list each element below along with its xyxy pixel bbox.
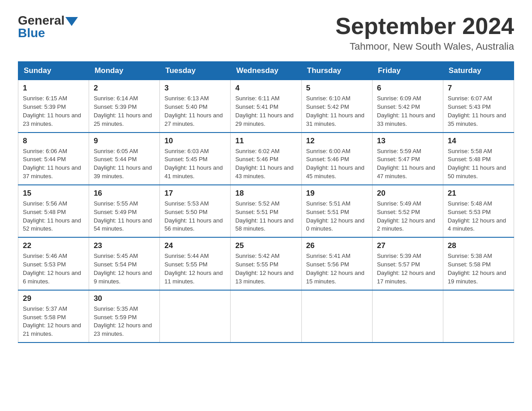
calendar-cell <box>301 290 372 342</box>
calendar-week-row: 15Sunrise: 5:56 AMSunset: 5:48 PMDayligh… <box>18 185 514 237</box>
day-number: 27 <box>377 241 438 250</box>
calendar-cell: 4Sunrise: 6:11 AMSunset: 5:41 PMDaylight… <box>231 80 301 133</box>
calendar-cell <box>160 290 231 342</box>
day-number: 21 <box>448 189 509 198</box>
day-number: 3 <box>164 84 226 93</box>
day-number: 18 <box>235 189 296 198</box>
day-info: Sunrise: 5:37 AMSunset: 5:58 PMDaylight:… <box>23 305 84 338</box>
header-sunday: Sunday <box>18 62 89 80</box>
day-number: 24 <box>164 241 226 250</box>
day-info: Sunrise: 5:59 AMSunset: 5:47 PMDaylight:… <box>377 147 438 181</box>
header-tuesday: Tuesday <box>160 62 231 80</box>
calendar-cell: 11Sunrise: 6:02 AMSunset: 5:46 PMDayligh… <box>231 133 301 185</box>
calendar-cell: 20Sunrise: 5:49 AMSunset: 5:52 PMDayligh… <box>372 185 443 237</box>
day-info: Sunrise: 5:51 AMSunset: 5:51 PMDaylight:… <box>306 200 368 233</box>
calendar-cell: 7Sunrise: 6:07 AMSunset: 5:43 PMDaylight… <box>443 80 514 133</box>
calendar-cell: 17Sunrise: 5:53 AMSunset: 5:50 PMDayligh… <box>160 185 231 237</box>
day-info: Sunrise: 5:45 AMSunset: 5:54 PMDaylight:… <box>94 252 155 286</box>
calendar-cell: 30Sunrise: 5:35 AMSunset: 5:59 PMDayligh… <box>89 290 160 342</box>
day-info: Sunrise: 6:15 AMSunset: 5:39 PMDaylight:… <box>23 94 84 128</box>
calendar-cell <box>443 290 514 342</box>
day-number: 9 <box>94 137 155 146</box>
calendar-cell: 22Sunrise: 5:46 AMSunset: 5:53 PMDayligh… <box>18 237 89 290</box>
calendar-cell: 26Sunrise: 5:41 AMSunset: 5:56 PMDayligh… <box>301 237 372 290</box>
calendar-cell: 27Sunrise: 5:39 AMSunset: 5:57 PMDayligh… <box>372 237 443 290</box>
day-info: Sunrise: 6:00 AMSunset: 5:46 PMDaylight:… <box>306 147 368 181</box>
calendar-cell: 21Sunrise: 5:48 AMSunset: 5:53 PMDayligh… <box>443 185 514 237</box>
day-info: Sunrise: 6:13 AMSunset: 5:40 PMDaylight:… <box>164 94 226 128</box>
day-info: Sunrise: 5:39 AMSunset: 5:57 PMDaylight:… <box>377 252 438 286</box>
calendar-week-row: 1Sunrise: 6:15 AMSunset: 5:39 PMDaylight… <box>18 80 514 133</box>
logo: General Blue <box>18 13 78 40</box>
day-info: Sunrise: 5:56 AMSunset: 5:48 PMDaylight:… <box>23 200 84 233</box>
day-info: Sunrise: 6:07 AMSunset: 5:43 PMDaylight:… <box>448 94 509 128</box>
day-info: Sunrise: 5:52 AMSunset: 5:51 PMDaylight:… <box>235 200 296 233</box>
day-number: 8 <box>23 137 84 146</box>
calendar-cell <box>231 290 301 342</box>
calendar-cell: 10Sunrise: 6:03 AMSunset: 5:45 PMDayligh… <box>160 133 231 185</box>
calendar-week-row: 22Sunrise: 5:46 AMSunset: 5:53 PMDayligh… <box>18 237 514 290</box>
day-number: 30 <box>94 294 155 303</box>
day-info: Sunrise: 5:48 AMSunset: 5:53 PMDaylight:… <box>448 200 509 233</box>
day-info: Sunrise: 5:35 AMSunset: 5:59 PMDaylight:… <box>94 305 155 338</box>
header-saturday: Saturday <box>443 62 514 80</box>
day-info: Sunrise: 5:49 AMSunset: 5:52 PMDaylight:… <box>377 200 438 233</box>
calendar-cell <box>372 290 443 342</box>
location-title: Tahmoor, New South Wales, Australia <box>335 41 514 52</box>
calendar-cell: 3Sunrise: 6:13 AMSunset: 5:40 PMDaylight… <box>160 80 231 133</box>
calendar-cell: 12Sunrise: 6:00 AMSunset: 5:46 PMDayligh… <box>301 133 372 185</box>
day-number: 7 <box>448 84 509 93</box>
calendar-cell: 9Sunrise: 6:05 AMSunset: 5:44 PMDaylight… <box>89 133 160 185</box>
calendar-cell: 15Sunrise: 5:56 AMSunset: 5:48 PMDayligh… <box>18 185 89 237</box>
calendar-header-row: SundayMondayTuesdayWednesdayThursdayFrid… <box>18 62 514 80</box>
page-header: General Blue September 2024 Tahmoor, New… <box>18 13 514 52</box>
day-info: Sunrise: 5:53 AMSunset: 5:50 PMDaylight:… <box>164 200 226 233</box>
month-title: September 2024 <box>335 13 514 39</box>
calendar-cell: 6Sunrise: 6:09 AMSunset: 5:42 PMDaylight… <box>372 80 443 133</box>
day-number: 19 <box>306 189 368 198</box>
calendar-cell: 28Sunrise: 5:38 AMSunset: 5:58 PMDayligh… <box>443 237 514 290</box>
header-friday: Friday <box>372 62 443 80</box>
calendar-cell: 13Sunrise: 5:59 AMSunset: 5:47 PMDayligh… <box>372 133 443 185</box>
day-number: 16 <box>94 189 155 198</box>
logo-blue: Blue <box>18 26 78 40</box>
day-number: 20 <box>377 189 438 198</box>
calendar-cell: 8Sunrise: 6:06 AMSunset: 5:44 PMDaylight… <box>18 133 89 185</box>
day-info: Sunrise: 5:38 AMSunset: 5:58 PMDaylight:… <box>448 252 509 286</box>
day-info: Sunrise: 6:05 AMSunset: 5:44 PMDaylight:… <box>94 147 155 181</box>
calendar-cell: 23Sunrise: 5:45 AMSunset: 5:54 PMDayligh… <box>89 237 160 290</box>
day-number: 23 <box>94 241 155 250</box>
day-number: 11 <box>235 137 296 146</box>
day-number: 2 <box>94 84 155 93</box>
day-info: Sunrise: 6:06 AMSunset: 5:44 PMDaylight:… <box>23 147 84 181</box>
day-info: Sunrise: 5:46 AMSunset: 5:53 PMDaylight:… <box>23 252 84 286</box>
day-number: 10 <box>164 137 226 146</box>
day-info: Sunrise: 6:02 AMSunset: 5:46 PMDaylight:… <box>235 147 296 181</box>
day-number: 15 <box>23 189 84 198</box>
day-info: Sunrise: 6:11 AMSunset: 5:41 PMDaylight:… <box>235 94 296 128</box>
calendar-cell: 25Sunrise: 5:42 AMSunset: 5:55 PMDayligh… <box>231 237 301 290</box>
day-info: Sunrise: 5:58 AMSunset: 5:48 PMDaylight:… <box>448 147 509 181</box>
day-number: 25 <box>235 241 296 250</box>
calendar-table: SundayMondayTuesdayWednesdayThursdayFrid… <box>18 61 514 343</box>
header-wednesday: Wednesday <box>231 62 301 80</box>
day-number: 6 <box>377 84 438 93</box>
calendar-cell: 18Sunrise: 5:52 AMSunset: 5:51 PMDayligh… <box>231 185 301 237</box>
calendar-cell: 14Sunrise: 5:58 AMSunset: 5:48 PMDayligh… <box>443 133 514 185</box>
calendar-cell: 29Sunrise: 5:37 AMSunset: 5:58 PMDayligh… <box>18 290 89 342</box>
day-number: 22 <box>23 241 84 250</box>
header-monday: Monday <box>89 62 160 80</box>
day-number: 12 <box>306 137 368 146</box>
day-number: 28 <box>448 241 509 250</box>
day-info: Sunrise: 5:41 AMSunset: 5:56 PMDaylight:… <box>306 252 368 286</box>
day-info: Sunrise: 5:55 AMSunset: 5:49 PMDaylight:… <box>94 200 155 233</box>
day-info: Sunrise: 6:14 AMSunset: 5:39 PMDaylight:… <box>94 94 155 128</box>
day-number: 14 <box>448 137 509 146</box>
title-block: September 2024 Tahmoor, New South Wales,… <box>335 13 514 52</box>
calendar-cell: 24Sunrise: 5:44 AMSunset: 5:55 PMDayligh… <box>160 237 231 290</box>
day-info: Sunrise: 6:03 AMSunset: 5:45 PMDaylight:… <box>164 147 226 181</box>
day-info: Sunrise: 5:44 AMSunset: 5:55 PMDaylight:… <box>164 252 226 286</box>
day-number: 5 <box>306 84 368 93</box>
logo-triangle-icon <box>65 17 78 26</box>
header-thursday: Thursday <box>301 62 372 80</box>
